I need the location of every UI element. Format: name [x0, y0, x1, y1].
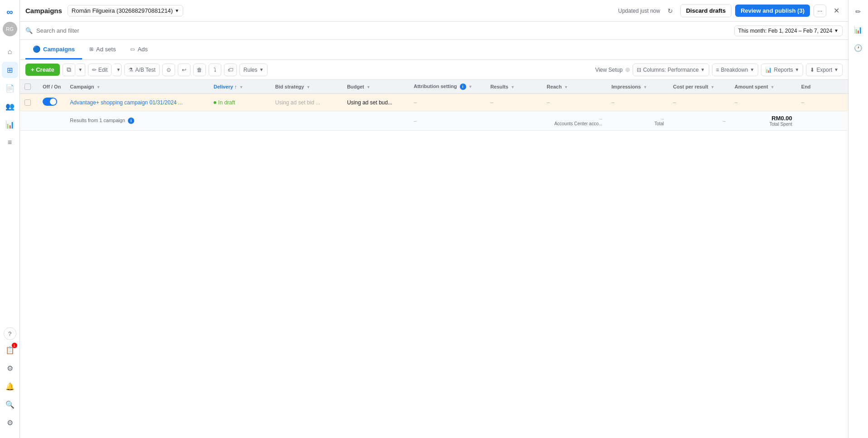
tag-button[interactable]: 🏷 [224, 64, 237, 76]
adsets-tab-label: Ad sets [96, 46, 116, 53]
columns-icon: ⊟ [637, 67, 641, 73]
pages-icon[interactable]: 📄 [2, 80, 18, 96]
reports-dropdown-icon: ▼ [795, 67, 800, 72]
row-campaign-cell: Advantage+ shopping campaign 01/31/2024 … [65, 94, 209, 111]
search-input[interactable] [36, 27, 731, 34]
campaigns-tab-label: Campaigns [43, 46, 75, 53]
page-title: Campaigns [25, 7, 62, 15]
undo-button[interactable]: ↩ [178, 64, 190, 76]
summary-impressions-cell: – Total [607, 111, 668, 131]
col-offon-header: Off / On [38, 80, 65, 94]
ab-test-icon: ⚗ [128, 67, 133, 73]
row-budget-cell: Using ad set bud... [342, 94, 409, 111]
row-bid-cell: Using ad set bid ... [271, 94, 342, 111]
rules-button[interactable]: Rules ▼ [239, 64, 268, 76]
reach-sort-icon: ▼ [564, 85, 568, 89]
audience-icon[interactable]: 👥 [2, 98, 18, 114]
settings-icon[interactable]: ⚙ [2, 360, 18, 376]
row-checkbox[interactable] [24, 99, 31, 106]
row-reach-cell: – [542, 94, 607, 111]
insights-icon[interactable]: 📊 [2, 116, 18, 133]
view-setup-dot [625, 68, 630, 72]
account-selector[interactable]: Román Filgueira (3026882970881214) ▼ [68, 5, 183, 16]
export-button[interactable]: ⬇ Export ▼ [806, 64, 843, 76]
draft-dot-icon [214, 101, 216, 104]
delete-button[interactable]: 🗑 [193, 64, 206, 76]
col-impressions-header: Impressions ▼ [607, 80, 668, 94]
edit-panel-icon[interactable]: ✏ [850, 4, 867, 20]
columns-dropdown-icon: ▼ [701, 67, 705, 72]
bell-icon[interactable]: 🔔 [2, 378, 18, 394]
search-icon[interactable]: 🔍 [2, 396, 18, 413]
tab-adsets[interactable]: ⊞ Ad sets [82, 40, 123, 59]
drafts-notification-icon[interactable]: 📋 1 [2, 342, 18, 358]
home-icon[interactable]: ⌂ [2, 44, 18, 60]
columns-button[interactable]: ⊟ Columns: Performance ▼ [633, 64, 709, 76]
view-setup-control[interactable]: View Setup [595, 67, 630, 73]
tab-campaigns[interactable]: 🔵 Campaigns [25, 40, 82, 59]
col-amount-header: Amount spent ▼ [730, 80, 797, 94]
campaigns-tab-icon: 🔵 [33, 45, 40, 53]
row-checkbox-cell [20, 94, 38, 111]
copy-button[interactable]: ⊙ [162, 64, 175, 76]
delivery-status: In draft [214, 99, 266, 106]
summary-label-cell: Results from 1 campaign i [65, 111, 209, 131]
reports-button[interactable]: 📊 Reports ▼ [761, 64, 803, 76]
refresh-button[interactable]: ↻ [664, 5, 677, 17]
chart-panel-icon[interactable]: 📊 [850, 22, 867, 38]
duplicate-dropdown-button[interactable]: ▼ [76, 64, 85, 76]
summary-budget-cell [342, 111, 409, 131]
summary-results-cell [486, 111, 542, 131]
move-button[interactable]: ⤵ [209, 64, 221, 76]
col-delivery-header[interactable]: Delivery ↑ ▼ [209, 80, 271, 94]
ab-test-button[interactable]: ⚗ A/B Test [124, 64, 159, 76]
meta-logo-icon[interactable]: ∞ [2, 4, 18, 20]
edit-icon: ✏ [92, 67, 97, 73]
user-avatar[interactable]: RG [3, 22, 17, 36]
row-amount-cell: – [730, 94, 797, 111]
reports-icon: 📊 [765, 67, 772, 73]
summary-attribution-cell: – [409, 111, 486, 131]
summary-info-icon: i [128, 118, 134, 124]
col-results-header: Results ▼ [486, 80, 542, 94]
row-impressions-cell: – [607, 94, 668, 111]
more-options-button[interactable]: ··· [814, 5, 826, 17]
top-header: Campaigns Román Filgueira (3026882970881… [20, 0, 848, 22]
breakdown-dropdown-icon: ▼ [750, 67, 755, 72]
summary-row: Results from 1 campaign i – – [20, 111, 848, 131]
summary-end-cell [797, 111, 848, 131]
edit-button[interactable]: ✏ Edit [88, 64, 112, 76]
impressions-sort-icon: ▼ [643, 85, 647, 89]
calendar-dropdown-icon: ▼ [834, 28, 839, 33]
close-button[interactable]: ✕ [830, 5, 843, 17]
col-campaign-header: Campaign ▼ [65, 80, 209, 94]
view-setup-label: View Setup [595, 67, 623, 73]
date-range-selector[interactable]: This month: Feb 1, 2024 – Feb 7, 2024 ▼ [734, 25, 843, 36]
duplicate-button[interactable]: ⧉ [63, 64, 75, 76]
edit-dropdown-button[interactable]: ▼ [112, 64, 122, 76]
discard-drafts-button[interactable]: Discard drafts [680, 4, 731, 17]
clock-panel-icon[interactable]: 🕐 [850, 40, 867, 56]
adsets-tab-icon: ⊞ [89, 46, 93, 52]
right-panel: ✏ 📊 🕐 [848, 0, 868, 438]
campaign-toggle[interactable] [43, 98, 57, 106]
tab-ads[interactable]: ▭ Ads [123, 40, 155, 59]
campaign-link[interactable]: Advantage+ shopping campaign 01/31/2024 … [70, 99, 183, 106]
help-icon[interactable]: ? [4, 327, 16, 340]
cost-sort-icon: ▼ [711, 85, 715, 89]
breakdown-button[interactable]: ≡ Breakdown ▼ [712, 64, 759, 76]
horizontal-lines-icon[interactable]: ≡ [2, 134, 18, 151]
select-all-checkbox[interactable] [24, 84, 31, 90]
row-attribution-cell: – [409, 94, 486, 111]
summary-delivery-cell [209, 111, 271, 131]
updated-status: Updated just now [618, 8, 660, 14]
review-publish-button[interactable]: Review and publish (3) [735, 5, 810, 17]
summary-empty-cell [20, 111, 65, 131]
tools-icon[interactable]: ⚙ [2, 414, 18, 431]
amount-sort-icon: ▼ [770, 85, 775, 89]
create-button[interactable]: + Create [25, 64, 60, 76]
tab-navigation: 🔵 Campaigns ⊞ Ad sets ▭ Ads [20, 40, 848, 60]
campaigns-icon[interactable]: ⊞ [2, 62, 18, 78]
col-end-header: End [797, 80, 848, 94]
row-results-cell: – [486, 94, 542, 111]
